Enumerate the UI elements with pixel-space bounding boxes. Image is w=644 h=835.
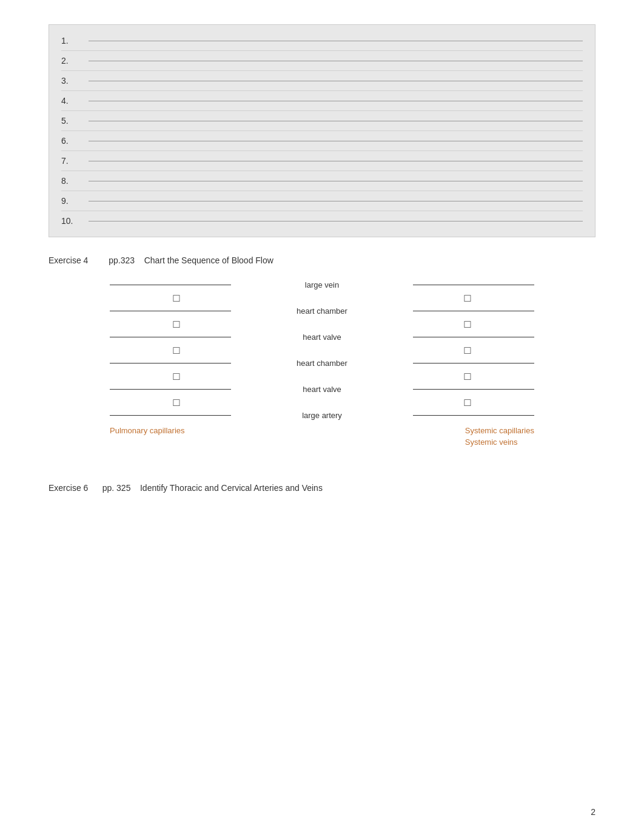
exercise6-title: Identify Thoracic and Cervical Arteries … (140, 483, 323, 493)
flow-center-label-5: heart valve (273, 385, 371, 394)
list-line-9 (89, 201, 583, 201)
list-number-4: 4. (61, 96, 86, 106)
exercise4-page: pp.323 (109, 255, 135, 265)
exercise4-header: Exercise 4 pp.323 Chart the Sequence of … (49, 255, 595, 265)
list-number-9: 9. (61, 196, 86, 206)
list-item: 7. (61, 151, 583, 171)
flow-line-right-3 (413, 337, 534, 337)
flow-arrow-row-5: □ □ (110, 394, 534, 411)
flow-row-heart-chamber-2: heart chamber (110, 359, 534, 368)
list-line-8 (89, 181, 583, 181)
list-line-7 (89, 161, 583, 161)
flow-row-heart-valve-2: heart valve (110, 385, 534, 394)
exercise6-label: Exercise 6 (49, 483, 88, 493)
list-item: 9. (61, 191, 583, 211)
list-line-2 (89, 61, 583, 61)
list-line-4 (89, 101, 583, 101)
list-line-1 (89, 41, 583, 41)
flow-arrow-row-2: □ □ (110, 316, 534, 333)
list-number-1: 1. (61, 36, 86, 46)
arrow-right-5: □ (407, 396, 528, 409)
list-item: 10. (61, 211, 583, 231)
list-number-6: 6. (61, 136, 86, 146)
flow-row-heart-valve-1: heart valve (110, 333, 534, 342)
flow-center-label-4: heart chamber (273, 359, 371, 368)
arrow-left-2: □ (116, 318, 237, 331)
exercise6-header: Exercise 6 pp. 325 Identify Thoracic and… (49, 483, 595, 493)
systemic-labels: Systemic capillaries Systemic veins (465, 426, 534, 447)
list-number-7: 7. (61, 156, 86, 166)
flow-arrow-row-3: □ □ (110, 342, 534, 359)
arrow-right-4: □ (407, 370, 528, 383)
list-item: 6. (61, 131, 583, 151)
list-item: 3. (61, 71, 583, 91)
numbered-list-section: 1. 2. 3. 4. 5. 6. 7. 8. (49, 24, 595, 237)
exercise4-label: Exercise 4 (49, 255, 88, 265)
blood-flow-chart: large vein □ □ heart chamber □ □ heart v… (110, 280, 534, 447)
arrow-right-3: □ (407, 344, 528, 357)
flow-center-label-6: large artery (273, 411, 371, 420)
list-item: 5. (61, 111, 583, 131)
flow-row-large-artery: large artery (110, 411, 534, 420)
flow-arrow-row-4: □ □ (110, 368, 534, 385)
flow-center-label-1: large vein (273, 280, 371, 289)
list-item: 1. (61, 31, 583, 51)
list-number-10: 10. (61, 216, 86, 226)
flow-line-right-1 (413, 285, 534, 285)
flow-line-right-5 (413, 389, 534, 390)
arrow-left-3: □ (116, 344, 237, 357)
flow-row-large-vein: large vein (110, 280, 534, 289)
list-line-6 (89, 141, 583, 141)
list-item: 4. (61, 91, 583, 111)
flow-line-left-2 (110, 311, 231, 311)
list-line-3 (89, 81, 583, 81)
systemic-capillaries-label: Systemic capillaries (465, 426, 534, 435)
list-number-8: 8. (61, 176, 86, 186)
list-line-5 (89, 121, 583, 121)
flow-center-label-3: heart valve (273, 333, 371, 342)
exercise6-page: pp. 325 (102, 483, 131, 493)
arrow-left-5: □ (116, 396, 237, 409)
flow-center-label-2: heart chamber (273, 306, 371, 316)
list-line-10 (89, 221, 583, 221)
flow-line-right-2 (413, 311, 534, 311)
flow-row-heart-chamber-1: heart chamber (110, 306, 534, 316)
list-number-2: 2. (61, 56, 86, 66)
flow-line-left-5 (110, 389, 231, 390)
flow-arrow-row-1: □ □ (110, 289, 534, 306)
pulmonary-capillaries-label: Pulmonary capillaries (110, 426, 185, 447)
list-number-5: 5. (61, 116, 86, 126)
arrow-right-1: □ (407, 292, 528, 305)
flow-line-left-3 (110, 337, 231, 337)
list-item: 2. (61, 51, 583, 71)
arrow-right-2: □ (407, 318, 528, 331)
chart-labels: Pulmonary capillaries Systemic capillari… (110, 426, 534, 447)
flow-line-right-4 (413, 363, 534, 363)
arrow-left-4: □ (116, 370, 237, 383)
flow-line-right-6 (413, 415, 534, 416)
exercise4-title: Chart the Sequence of Blood Flow (144, 255, 273, 265)
arrow-left-1: □ (116, 292, 237, 305)
list-number-3: 3. (61, 76, 86, 86)
flow-line-left-1 (110, 285, 231, 285)
flow-line-left-4 (110, 363, 231, 363)
flow-line-left-6 (110, 415, 231, 416)
list-item: 8. (61, 171, 583, 191)
page-number: 2 (591, 807, 595, 817)
systemic-veins-label: Systemic veins (465, 438, 518, 447)
